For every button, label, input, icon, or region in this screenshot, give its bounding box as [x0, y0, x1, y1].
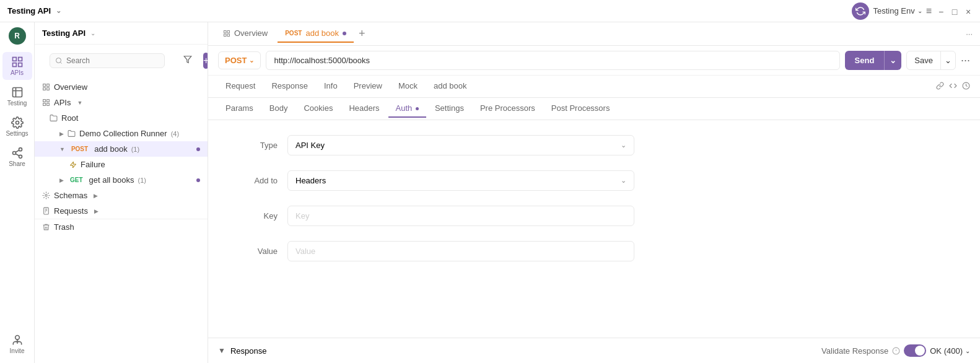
code-icon-button[interactable] [949, 82, 957, 92]
auth-type-label: Type [228, 141, 278, 150]
add-button[interactable]: + [203, 53, 208, 69]
nav-search[interactable] [50, 53, 165, 68]
sub-tab-body-label: Body [269, 103, 288, 113]
icon-sidebar: R APIs Testing Settings Share Invite [0, 22, 35, 363]
nav-label-trash: Trash [54, 222, 74, 232]
sidebar-item-share[interactable]: Share [2, 143, 32, 171]
auth-addto-value: Headers [295, 176, 326, 185]
sub-tab-pre-label: Pre Processors [480, 103, 535, 113]
nav-item-requests[interactable]: Requests ▶ [35, 203, 208, 219]
auth-type-value: API Key [295, 141, 325, 150]
save-arrow[interactable]: ⌄ [940, 51, 955, 69]
svg-marker-24 [71, 162, 76, 168]
tab-overview-label: Overview [234, 28, 268, 38]
sub-tab-auth[interactable]: Auth [388, 100, 426, 118]
title-chevron[interactable]: ⌄ [56, 7, 61, 15]
hamburger-button[interactable]: ≡ [926, 6, 932, 17]
nav-label-failure: Failure [81, 160, 105, 169]
sub-tab-pre-processors[interactable]: Pre Processors [473, 100, 543, 118]
apis-chevron: ▼ [77, 100, 82, 106]
sub-tab-params[interactable]: Params [218, 100, 261, 118]
filter-button[interactable] [183, 55, 192, 64]
nav-label-root: Root [61, 113, 78, 123]
svg-point-4 [15, 121, 19, 125]
request-tabs: Request Response Info Preview Mock add b… [208, 76, 980, 98]
req-tab-preview-label: Preview [354, 81, 382, 90]
search-input[interactable] [66, 56, 159, 65]
tab-add-book[interactable]: POST add book [278, 25, 354, 43]
nav-item-demo-collection[interactable]: ▶ Demo Collection Runner (4) [35, 126, 208, 141]
nav-label-apis: APIs [54, 98, 71, 107]
link-icon-button[interactable] [936, 82, 944, 92]
sidebar-item-invite[interactable]: Invite [2, 330, 32, 358]
auth-addto-row: Add to Headers ⌄ [228, 170, 960, 191]
nav-label-overview: Overview [54, 82, 87, 92]
sidebar-item-settings[interactable]: Settings [2, 113, 32, 141]
svg-point-5 [19, 148, 22, 151]
svg-rect-0 [12, 58, 16, 61]
nav-item-failure[interactable]: Failure [35, 157, 208, 172]
avatar[interactable]: R [9, 27, 26, 45]
sub-tab-post-processors[interactable]: Post Processors [544, 100, 618, 118]
req-tab-mock[interactable]: Mock [391, 77, 425, 95]
req-tab-preview[interactable]: Preview [346, 77, 390, 95]
sidebar-item-testing[interactable]: Testing [2, 82, 32, 110]
nav-item-add-book[interactable]: ▼ POST add book (1) [35, 141, 208, 157]
add-book-collapse: ▼ [59, 146, 65, 152]
svg-rect-3 [18, 63, 22, 67]
req-tab-add-book[interactable]: add book [426, 77, 475, 95]
ok-status: OK (400) [930, 346, 963, 356]
tab-more-button[interactable]: ··· [966, 29, 973, 38]
env-name-label: Testing Env [873, 6, 914, 15]
auth-key-input[interactable] [287, 206, 634, 226]
nav-item-apis[interactable]: APIs ▼ [35, 95, 208, 110]
tab-dot [343, 32, 346, 35]
nav-item-trash[interactable]: Trash [35, 219, 208, 235]
svg-rect-30 [224, 30, 227, 33]
tab-add-button[interactable]: + [356, 27, 368, 40]
req-tab-info[interactable]: Info [317, 77, 345, 95]
sidebar-item-apis[interactable]: APIs [2, 52, 32, 80]
auth-type-select[interactable]: API Key ⌄ [287, 135, 634, 155]
validate-toggle[interactable] [904, 344, 926, 357]
auth-key-label: Key [228, 211, 278, 221]
maximize-button[interactable]: □ [950, 7, 959, 15]
save-button[interactable]: Save ⌄ [906, 51, 956, 70]
svg-line-8 [15, 154, 19, 155]
clock-icon-button[interactable] [962, 82, 970, 92]
svg-rect-33 [227, 34, 230, 37]
status-chevron: ⌄ [965, 348, 970, 354]
send-button[interactable]: Send ⌄ [845, 51, 902, 70]
close-button[interactable]: × [964, 7, 973, 15]
sub-tab-settings[interactable]: Settings [427, 100, 471, 118]
nav-title-chevron: ⌄ [90, 30, 95, 37]
demo-count: (4) [171, 130, 179, 138]
schemas-arrow: ▶ [94, 193, 98, 199]
sub-tab-headers[interactable]: Headers [341, 100, 387, 118]
response-collapse-button[interactable]: ▼ [218, 346, 225, 355]
nav-item-schemas[interactable]: Schemas ▶ [35, 188, 208, 203]
req-tab-response[interactable]: Response [264, 77, 315, 95]
url-more-button[interactable]: ··· [961, 54, 970, 67]
env-selector[interactable]: Testing Env ⌄ [873, 6, 922, 15]
sub-tab-body[interactable]: Body [262, 100, 295, 118]
req-tab-request-label: Request [225, 81, 255, 90]
auth-value-input[interactable] [287, 241, 634, 261]
nav-item-get-all-books[interactable]: ▶ GET get all books (1) [35, 172, 208, 188]
sub-tab-cookies[interactable]: Cookies [296, 100, 340, 118]
auth-value-row: Value [228, 241, 960, 261]
minimize-button[interactable]: − [937, 7, 945, 15]
nav-item-root[interactable]: Root [35, 110, 208, 126]
method-select[interactable]: POST ⌄ [218, 51, 261, 69]
nav-item-overview[interactable]: Overview [35, 79, 208, 95]
get-arrow: ▶ [59, 177, 64, 183]
url-input[interactable] [266, 51, 839, 70]
tab-overview[interactable]: Overview [216, 25, 275, 43]
auth-content: Type API Key ⌄ Add to Headers ⌄ Key [208, 120, 980, 338]
auth-addto-select[interactable]: Headers ⌄ [287, 170, 634, 191]
nav-tree: Overview APIs ▼ Root ▶ Demo Collection R… [35, 77, 208, 363]
response-title: Response [230, 346, 267, 356]
req-tab-request[interactable]: Request [218, 77, 263, 95]
env-sync-icon[interactable] [852, 2, 869, 20]
send-arrow[interactable]: ⌄ [884, 51, 901, 70]
